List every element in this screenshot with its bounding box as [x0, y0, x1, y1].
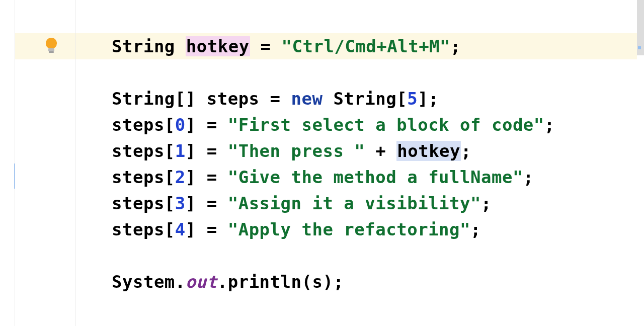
code-line[interactable]: String[] steps = new String[5];: [75, 86, 637, 112]
code-token: out: [186, 272, 217, 292]
marker-strip[interactable]: [637, 0, 644, 326]
code-line[interactable]: [75, 59, 637, 86]
code-token: 2: [175, 167, 186, 187]
marker-gutter[interactable]: [0, 0, 15, 326]
code-token: String: [112, 36, 186, 56]
code-token: ;: [523, 167, 534, 187]
code-line[interactable]: [75, 295, 637, 321]
code-token: 5: [407, 89, 418, 109]
code-token: hotkey: [396, 141, 461, 161]
code-token: String[] steps =: [112, 89, 291, 109]
code-token: "Give the method a fullName": [228, 167, 523, 187]
code-token: 1: [175, 141, 186, 161]
code-line[interactable]: System.out.println(s);: [75, 269, 637, 295]
code-token: "Then press ": [228, 141, 365, 161]
code-line[interactable]: steps[0] = "First select a block of code…: [75, 112, 637, 138]
code-token: steps[: [112, 219, 175, 239]
code-area[interactable]: String hotkey = "Ctrl/Cmd+Alt+M";String[…: [75, 0, 637, 326]
code-token: ] =: [186, 219, 228, 239]
code-token: steps[: [112, 193, 175, 213]
code-token: ] =: [186, 167, 228, 187]
code-token: "First select a block of code": [228, 115, 544, 135]
code-token: .println(s);: [217, 272, 344, 292]
code-token: ;: [470, 219, 481, 239]
code-line[interactable]: String hotkey = "Ctrl/Cmd+Alt+M";: [75, 33, 637, 59]
code-token: 4: [175, 219, 186, 239]
code-token: hotkey: [186, 36, 250, 56]
code-token: ] =: [186, 141, 228, 161]
code-line[interactable]: steps[2] = "Give the method a fullName";: [75, 164, 637, 190]
code-token: steps[: [112, 167, 175, 187]
code-token: "Assign it a visibility": [228, 193, 481, 213]
code-token: System.: [112, 272, 186, 292]
code-line[interactable]: steps[4] = "Apply the refactoring";: [75, 216, 637, 242]
code-token: steps[: [112, 141, 175, 161]
code-token: ;: [481, 193, 492, 213]
code-token: new: [291, 89, 323, 109]
code-token: ] =: [186, 115, 228, 135]
code-token: String[: [323, 89, 407, 109]
code-token: ;: [544, 115, 555, 135]
code-token: "Ctrl/Cmd+Alt+M": [282, 36, 451, 56]
strip-tick: [638, 46, 641, 49]
code-token: "Apply the refactoring": [228, 219, 470, 239]
code-token: ;: [461, 141, 471, 161]
code-token: 3: [175, 193, 186, 213]
code-token: 0: [175, 115, 186, 135]
code-line[interactable]: [75, 242, 637, 269]
code-line[interactable]: steps[1] = "Then press " + hotkey;: [75, 138, 637, 164]
code-token: ] =: [186, 193, 228, 213]
code-token: steps[: [112, 115, 175, 135]
code-line[interactable]: steps[3] = "Assign it a visibility";: [75, 190, 637, 216]
code-token: ;: [450, 36, 461, 56]
editor-root: String hotkey = "Ctrl/Cmd+Alt+M";String[…: [0, 0, 644, 326]
code-token: =: [250, 36, 282, 56]
code-token: +: [365, 141, 396, 161]
code-line[interactable]: [75, 7, 637, 33]
lightbulb-icon[interactable]: [44, 38, 58, 54]
icon-gutter[interactable]: [15, 0, 75, 326]
code-token: ];: [418, 89, 439, 109]
